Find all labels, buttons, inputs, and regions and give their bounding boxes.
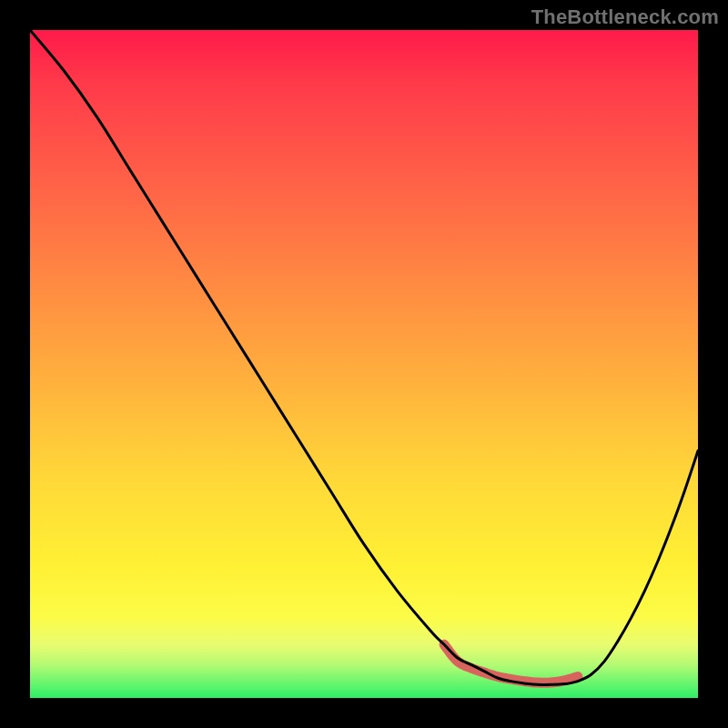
plot-area <box>30 30 698 698</box>
optimal-zone-accent <box>444 644 578 682</box>
chart-frame: TheBottleneck.com <box>0 0 728 728</box>
bottleneck-curve <box>30 30 698 684</box>
watermark-text: TheBottleneck.com <box>531 5 719 29</box>
chart-svg <box>30 30 698 698</box>
